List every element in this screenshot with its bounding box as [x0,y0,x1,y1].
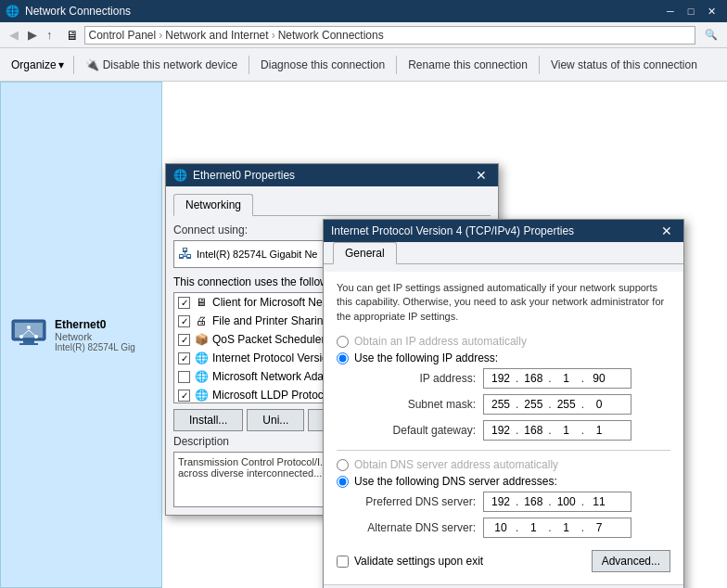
adapter-icon: 🖧 [178,246,193,262]
gw-o3[interactable] [554,424,580,437]
pdns-o3[interactable] [554,495,580,508]
alternate-dns-input[interactable]: . . . [483,518,631,538]
tcp-description: You can get IP settings assigned automat… [337,281,670,324]
eth-dialog-title: Ethernet0 Properties [193,169,466,182]
auto-dns-label: Obtain DNS server address automatically [354,458,558,471]
disable-label: Disable this network device [103,58,237,71]
title-bar-title: Network Connections [25,5,655,18]
toolbar: Organize ▾ 🔌 Disable this network device… [0,48,727,82]
rename-connection-button[interactable]: Rename this connection [399,51,537,79]
minimize-button[interactable]: ─ [660,1,681,21]
adns-o1[interactable] [488,521,514,534]
comp-icon-qos: 📦 [194,333,209,346]
organize-button[interactable]: Organize ▾ [4,55,71,75]
organize-label: Organize [11,58,57,71]
toolbar-divider-3 [396,56,397,74]
adns-o3[interactable] [554,521,580,534]
uninstall-button[interactable]: Uni... [247,409,304,431]
address-icon: 🖥 [66,28,79,43]
alternate-dns-label: Alternate DNS server: [355,521,476,534]
install-button[interactable]: Install... [173,409,243,431]
manual-ip-radio[interactable] [337,352,349,364]
search-button[interactable]: 🔍 [701,25,721,45]
pdns-o4[interactable] [586,495,612,508]
auto-ip-label: Obtain an IP address automatically [354,335,527,348]
organize-chevron-icon: ▾ [58,58,64,71]
dialog-backdrop: 🌐 Ethernet0 Properties ✕ Networking Conn… [0,82,727,588]
ip-o4[interactable] [586,372,612,385]
adns-o4[interactable] [586,521,612,534]
maximize-button[interactable]: □ [681,1,701,21]
advanced-button[interactable]: Advanced... [592,550,670,572]
ip-o2[interactable] [520,372,546,385]
comp-icon-ipv4: 🌐 [194,352,209,364]
ip-address-row: IP address: . . . [355,368,670,389]
ip-o3[interactable] [554,372,580,385]
auto-ip-row[interactable]: Obtain an IP address automatically [337,335,670,348]
ip-address-field-label: IP address: [355,372,476,385]
up-button[interactable]: ↑ [43,25,57,45]
tab-general[interactable]: General [333,242,397,264]
manual-dns-radio[interactable] [337,476,349,488]
gateway-input[interactable]: . . . [483,420,631,441]
gw-o2[interactable] [520,424,546,437]
subnet-field-label: Subnet mask: [355,398,476,411]
subnet-o1[interactable] [488,398,514,411]
manual-dns-label: Use the following DNS server addresses: [354,475,557,488]
eth-dialog-title-bar: 🌐 Ethernet0 Properties ✕ [166,164,498,186]
disable-network-device-button[interactable]: 🔌 Disable this network device [76,51,247,79]
ip-o1[interactable] [488,372,514,385]
tcp-dialog-title: Internet Protocol Version 4 (TCP/IPv4) P… [331,224,652,237]
ip-address-input[interactable]: . . . [483,368,631,389]
auto-dns-radio[interactable] [337,459,349,471]
auto-dns-row[interactable]: Obtain DNS server address automatically [337,458,670,471]
cb-lldp[interactable]: ✓ [178,390,190,402]
tcp-content: You can get IP settings assigned automat… [324,272,683,584]
cb-client-microsoft[interactable]: ✓ [178,297,190,309]
view-status-button[interactable]: View status of this connection [542,51,707,79]
preferred-dns-input[interactable]: . . . [483,492,631,512]
title-bar-icon: 🌐 [6,5,19,18]
diagnose-connection-button[interactable]: Diagnose this connection [251,51,394,79]
back-button[interactable]: ◀ [6,25,22,45]
tab-networking[interactable]: Networking [173,194,253,216]
gateway-field-label: Default gateway: [355,424,476,437]
dns-fields-table: Preferred DNS server: . . . Alternate [355,492,670,538]
auto-ip-radio[interactable] [337,336,349,348]
main-content: Ethernet0 Network Intel(R) 82574L Gig 🌐 … [0,82,727,588]
gw-o1[interactable] [488,424,514,437]
subnet-o3[interactable] [554,398,580,411]
validate-checkbox[interactable] [337,556,349,568]
tcp-dialog-title-bar: Internet Protocol Version 4 (TCP/IPv4) P… [324,220,683,242]
validate-checkbox-row[interactable]: Validate settings upon exit [337,555,483,568]
close-button[interactable]: ✕ [701,1,721,21]
cb-file-printer[interactable]: ✓ [178,315,190,327]
tcp-dialog-close-button[interactable]: ✕ [657,222,676,240]
gw-o4[interactable] [586,424,612,437]
gateway-row: Default gateway: . . . [355,420,670,441]
manual-ip-label: Use the following IP address: [354,352,498,364]
manual-dns-row[interactable]: Use the following DNS server addresses: [337,475,670,488]
cb-qos[interactable]: ✓ [178,334,190,346]
subnet-o2[interactable] [520,398,546,411]
subnet-o4[interactable] [586,398,612,411]
forward-button[interactable]: ▶ [24,25,41,45]
address-bar[interactable]: Control Panel › Network and Internet › N… [84,26,696,45]
pdns-o2[interactable] [520,495,546,508]
pdns-o1[interactable] [488,495,514,508]
comp-icon-client: 🖥 [194,296,209,309]
subnet-mask-input[interactable]: . . . [483,394,631,415]
tcp-tab-bar: General [324,242,683,264]
adns-o2[interactable] [520,521,546,534]
preferred-dns-row: Preferred DNS server: . . . [355,492,670,512]
disable-icon: 🔌 [85,58,99,71]
preferred-dns-label: Preferred DNS server: [355,495,476,508]
eth-dialog-close-button[interactable]: ✕ [472,166,491,185]
validate-advanced-row: Validate settings upon exit Advanced... [337,547,670,575]
toolbar-divider-4 [539,56,540,74]
title-bar-controls: ─ □ ✕ [660,1,721,21]
manual-ip-row[interactable]: Use the following IP address: [337,352,670,364]
eth-tab-bar: Networking [173,194,491,216]
cb-ms-network[interactable] [178,371,190,383]
cb-ipv4[interactable]: ✓ [178,352,190,364]
